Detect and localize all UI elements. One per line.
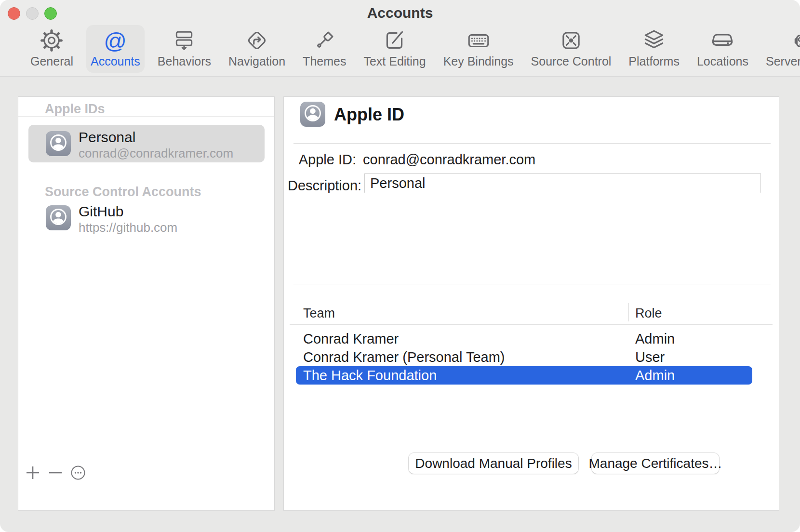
gear-icon bbox=[40, 28, 64, 53]
tab-behaviors[interactable]: Behaviors bbox=[153, 25, 215, 73]
minus-icon bbox=[48, 465, 63, 480]
account-avatar-icon bbox=[46, 131, 71, 156]
accounts-sidebar: Apple IDs Personal conrad@conradkramer.c… bbox=[18, 96, 275, 511]
tab-navigation[interactable]: Navigation bbox=[224, 25, 290, 73]
tab-label: Text Editing bbox=[363, 54, 426, 68]
tab-label: Locations bbox=[697, 54, 748, 68]
tab-themes[interactable]: Themes bbox=[298, 25, 350, 73]
sidebar-item-github[interactable]: GitHub https://github.com bbox=[28, 199, 265, 237]
table-header-divider bbox=[290, 324, 773, 325]
divider bbox=[293, 143, 771, 144]
sidebar-section-apple-ids: Apple IDs bbox=[45, 102, 105, 117]
tab-platforms[interactable]: Platforms bbox=[624, 25, 684, 73]
svg-text:@: @ bbox=[104, 28, 127, 53]
column-separator bbox=[628, 303, 629, 321]
text-editing-icon bbox=[383, 28, 407, 53]
tab-key-bindings[interactable]: Key Bindings bbox=[439, 25, 518, 73]
tab-server-bots[interactable]: Server & Bots bbox=[761, 25, 800, 73]
sidebar-section-source-control: Source Control Accounts bbox=[45, 185, 201, 200]
behaviors-icon bbox=[172, 28, 196, 53]
remove-account-button[interactable] bbox=[45, 462, 66, 483]
description-field[interactable] bbox=[364, 173, 761, 193]
apple-id-label: Apple ID: bbox=[288, 152, 356, 168]
tab-general[interactable]: General bbox=[26, 25, 78, 73]
column-header-role[interactable]: Role bbox=[635, 306, 662, 321]
download-manual-profiles-button[interactable]: Download Manual Profiles bbox=[408, 452, 579, 474]
manage-certificates-button[interactable]: Manage Certificates… bbox=[591, 452, 720, 474]
more-options-button[interactable] bbox=[67, 462, 89, 483]
keyboard-icon bbox=[467, 28, 491, 53]
paintbrush-icon bbox=[312, 28, 336, 53]
tab-label: Navigation bbox=[228, 54, 285, 68]
tab-label: Source Control bbox=[531, 54, 612, 68]
description-label: Description: bbox=[288, 178, 356, 194]
account-url: https://github.com bbox=[79, 220, 177, 235]
tab-locations[interactable]: Locations bbox=[693, 25, 753, 73]
sidebar-item-personal-apple-id[interactable]: Personal conrad@conradkramer.com bbox=[28, 125, 265, 162]
tab-label: Themes bbox=[303, 54, 346, 68]
account-email: conrad@conradkramer.com bbox=[79, 146, 233, 161]
navigation-icon bbox=[245, 28, 269, 53]
source-control-icon bbox=[559, 28, 583, 53]
team-cell: Conrad Kramer (Personal Team) bbox=[303, 349, 505, 365]
xcode-settings-window: Accounts General bbox=[0, 0, 800, 532]
table-row[interactable]: Conrad Kramer Admin bbox=[296, 330, 752, 348]
drive-icon bbox=[710, 28, 734, 53]
tab-label: Accounts bbox=[91, 54, 140, 68]
tab-source-control[interactable]: Source Control bbox=[527, 25, 616, 73]
account-name: GitHub bbox=[79, 203, 123, 220]
tab-label: General bbox=[30, 54, 73, 68]
detail-title: Apple ID bbox=[334, 105, 404, 125]
sidebar-divider bbox=[18, 116, 274, 117]
robot-icon bbox=[791, 28, 800, 53]
sidebar-actions bbox=[22, 462, 89, 483]
layers-icon bbox=[642, 28, 666, 53]
table-row-selected[interactable]: The Hack Foundation Admin bbox=[296, 366, 752, 385]
apple-id-avatar-icon bbox=[300, 102, 325, 127]
role-cell: Admin bbox=[635, 331, 675, 347]
column-header-team[interactable]: Team bbox=[303, 306, 335, 321]
titlebar-toolbar: Accounts General bbox=[0, 0, 800, 77]
table-row[interactable]: Conrad Kramer (Personal Team) User bbox=[296, 348, 752, 366]
tab-label: Server & Bots bbox=[766, 54, 800, 68]
divider bbox=[293, 284, 771, 284]
tab-label: Key Bindings bbox=[443, 54, 514, 68]
ellipsis-circle-icon bbox=[70, 465, 86, 480]
account-avatar-icon bbox=[46, 205, 71, 230]
tab-text-editing[interactable]: Text Editing bbox=[359, 25, 430, 73]
team-cell: The Hack Foundation bbox=[303, 368, 437, 384]
account-name: Personal bbox=[79, 129, 135, 146]
plus-icon bbox=[25, 465, 40, 480]
apple-id-value: conrad@conradkramer.com bbox=[363, 152, 535, 168]
role-cell: User bbox=[635, 349, 665, 365]
apple-id-detail-panel: Apple ID Apple ID: conrad@conradkramer.c… bbox=[283, 96, 779, 511]
at-icon: @ bbox=[103, 28, 127, 53]
tab-label: Platforms bbox=[628, 54, 680, 68]
team-cell: Conrad Kramer bbox=[303, 331, 399, 347]
add-account-button[interactable] bbox=[22, 462, 43, 483]
settings-tab-bar: General @ Accounts Behaviors bbox=[26, 25, 795, 73]
role-cell: Admin bbox=[635, 368, 675, 384]
window-title: Accounts bbox=[0, 5, 800, 21]
tab-label: Behaviors bbox=[158, 54, 211, 68]
tab-accounts[interactable]: @ Accounts bbox=[86, 25, 145, 73]
